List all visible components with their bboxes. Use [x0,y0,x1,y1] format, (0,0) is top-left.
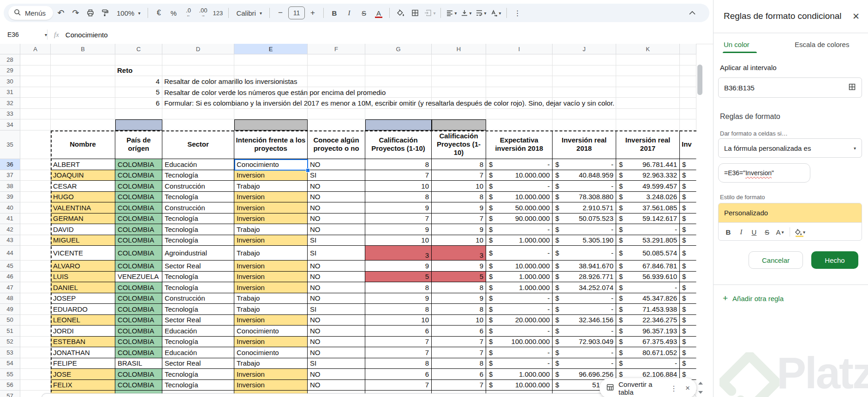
cell-L44[interactable]: $ [680,246,696,261]
cell-C32[interactable]: 6 [115,98,162,109]
cell-B38[interactable]: CESAR [51,181,115,192]
cell-B28[interactable] [51,54,115,65]
cell-H54[interactable]: 8 [432,358,486,369]
cell-L49[interactable]: $ [680,304,696,315]
cell-E53[interactable]: Conocimiento [234,347,308,358]
row-header-55[interactable]: 55 [0,369,20,380]
cell-C48[interactable]: COLOMBIA [115,293,162,304]
cell-D42[interactable]: Tecnología [162,224,234,235]
cell-A48[interactable] [20,293,51,304]
cell-I45[interactable]: $10.000.000 [486,261,553,272]
toast-more-icon[interactable]: ⋮ [668,384,679,393]
cell-J31[interactable] [553,87,616,98]
cell-G38[interactable]: 10 [365,181,432,192]
convert-to-table-toast[interactable]: Convertir a tabla ⋮ × [600,378,696,397]
cell-B34[interactable] [51,119,115,130]
cell-H36[interactable]: 8 [432,159,486,170]
cell-A37[interactable] [20,170,51,181]
cell-D53[interactable]: Educación [162,347,234,358]
number-format-button[interactable]: 123 [211,6,225,20]
cell-I28[interactable] [486,54,553,65]
cell-I55[interactable]: $1.000.000 [486,369,553,380]
cell-B37[interactable]: JOAQUIN [51,170,115,181]
group-chip-1[interactable] [115,119,162,130]
cell-D48[interactable]: Construcción [162,293,234,304]
cell-H31[interactable] [432,87,486,98]
table-header-B[interactable]: Nombre [51,130,115,160]
cell-B32[interactable] [51,98,115,109]
cell-E49[interactable]: Trabajo [234,304,308,315]
cell-H45[interactable]: 9 [432,261,486,272]
cell-D52[interactable]: Tecnología [162,337,234,348]
formula-input[interactable]: Conocimiento [65,31,108,39]
name-box[interactable]: E36 ▾ [0,31,47,38]
paint-format-button[interactable] [98,6,112,20]
cell-C37[interactable]: COLOMBIA [115,170,162,181]
cell-H47[interactable]: 8 [432,282,486,293]
more-options-button[interactable]: ⋮ [511,6,524,20]
cell-C45[interactable]: COLOMBIA [115,261,162,272]
tab-un-color[interactable]: Un color [724,41,749,48]
row-header-46[interactable]: 46 [0,272,20,283]
row-header-52[interactable]: 52 [0,337,20,348]
table-header-D[interactable]: Sector [162,130,234,160]
row-header-35[interactable]: 35 [0,130,20,160]
text-color-button[interactable]: A [372,6,386,20]
cell-K33[interactable] [616,109,680,120]
cell-F44[interactable]: SI [308,246,365,261]
cell-I39[interactable]: $10.000.000 [486,192,553,203]
cell-F53[interactable]: NO [308,347,365,358]
cell-L43[interactable]: $ [680,235,696,246]
row-header-32[interactable]: 32 [0,98,20,109]
cell-L54[interactable]: $ [680,358,696,369]
cell-J53[interactable]: $- [553,347,616,358]
scroll-up-icon[interactable] [698,382,703,385]
font-select[interactable]: Calibri ▾ [232,6,266,20]
row-header-42[interactable]: 42 [0,224,20,235]
cell-H43[interactable]: 10 [432,235,486,246]
cell-C46[interactable]: VENEZUELA [115,272,162,283]
cell-D34[interactable] [162,119,234,130]
column-header-partial[interactable] [680,44,696,54]
cell-I33[interactable] [486,109,553,120]
cell-G48[interactable]: 9 [365,293,432,304]
cell-A50[interactable] [20,315,51,326]
row-header-29[interactable]: 29 [0,65,20,77]
table-header-F[interactable]: Conoce algún proyecto o no [308,130,365,160]
cell-G54[interactable]: 8 [365,358,432,369]
cell-C31[interactable]: 5 [115,87,162,98]
cell-K39[interactable]: $3.248.026 [616,192,680,203]
cell-D45[interactable]: Sector Real [162,261,234,272]
cell-I38[interactable]: $- [486,181,553,192]
decrease-decimals-button[interactable]: .0← [181,6,195,20]
row-header-40[interactable]: 40 [0,202,20,213]
group-chip-5[interactable] [432,119,486,130]
cell-C44[interactable]: COLOMBIA [115,246,162,261]
cell-J30[interactable] [553,76,616,87]
cell-B30[interactable] [51,76,115,87]
cell-A53[interactable] [20,347,51,358]
cell-E55[interactable]: Inversion [234,369,308,380]
cell-C41[interactable]: COLOMBIA [115,213,162,225]
cell-B53[interactable]: JONATHAN [51,347,115,358]
instruction-text-6[interactable]: Formular: Si es colombiano y la inversió… [164,98,614,109]
cell-C33[interactable] [115,109,162,120]
cell-B51[interactable]: JORDI [51,326,115,337]
cell-L38[interactable]: $ [680,181,696,192]
cell-C52[interactable]: COLOMBIA [115,337,162,348]
cell-F42[interactable]: NO [308,224,365,235]
cell-E54[interactable]: Trabajo [234,358,308,369]
cell-F54[interactable]: SI [308,358,365,369]
cell-J36[interactable]: $- [553,159,616,170]
cell-G40[interactable]: 9 [365,202,432,213]
cell-G29[interactable] [365,65,432,77]
cell-J39[interactable]: $78.308.880 [553,192,616,203]
cell-C56[interactable]: COLOMBIA [115,380,162,391]
cell-A55[interactable] [20,369,51,380]
cell-D50[interactable]: Sector Real [162,315,234,326]
cell-H30[interactable] [432,76,486,87]
cell-A56[interactable] [20,380,51,391]
cell-B47[interactable]: DANIEL [51,282,115,293]
table-header-L[interactable]: Inv [680,130,696,160]
cell-B56[interactable]: FELIX [51,380,115,391]
